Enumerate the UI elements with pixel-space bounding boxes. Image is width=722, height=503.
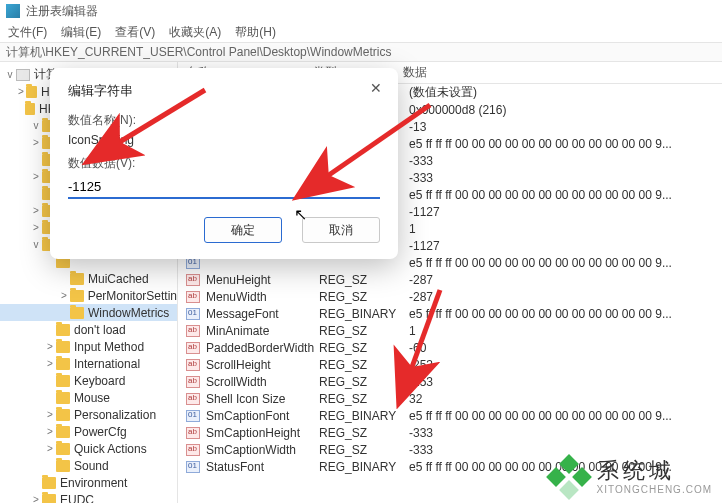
value-data-cell: -287 — [409, 290, 722, 304]
value-name-cell: MenuHeight — [206, 273, 319, 287]
value-name-cell: StatusFont — [206, 460, 319, 474]
menu-help[interactable]: 帮助(H) — [235, 24, 276, 41]
table-row[interactable]: MinAnimateREG_SZ1 — [178, 322, 722, 339]
folder-icon — [42, 477, 56, 489]
watermark-en: XITONGCHENG.COM — [597, 484, 712, 495]
value-type-cell: REG_SZ — [319, 426, 409, 440]
tree-item[interactable]: Mouse — [0, 389, 177, 406]
value-data-cell: e5 ff ff ff 00 00 00 00 00 00 00 00 00 0… — [409, 307, 722, 321]
value-name-cell: ScrollWidth — [206, 375, 319, 389]
value-data-cell: 1 — [409, 222, 722, 236]
value-data-cell: e5 ff ff ff 00 00 00 00 00 00 00 00 00 0… — [409, 137, 722, 151]
folder-icon — [42, 494, 56, 504]
table-row[interactable]: SmCaptionHeightREG_SZ-333 — [178, 424, 722, 441]
close-icon[interactable]: ✕ — [364, 76, 388, 100]
folder-icon — [70, 273, 84, 285]
tree-item[interactable]: don't load — [0, 321, 177, 338]
string-value-icon — [186, 444, 200, 456]
binary-value-icon — [186, 308, 200, 320]
tree-item[interactable]: >PowerCfg — [0, 423, 177, 440]
table-row[interactable]: ScrollHeightREG_SZ-253 — [178, 356, 722, 373]
folder-icon — [56, 443, 70, 455]
value-name-cell: SmCaptionFont — [206, 409, 319, 423]
string-value-icon — [186, 325, 200, 337]
ok-button[interactable]: 确定 — [204, 217, 282, 243]
tree-item[interactable]: >EUDC — [0, 491, 177, 503]
value-type-cell: REG_BINARY — [319, 460, 409, 474]
watermark-cn: 系统城 — [597, 459, 712, 483]
value-data-cell: 1 — [409, 324, 722, 338]
folder-icon — [56, 426, 70, 438]
folder-icon — [56, 392, 70, 404]
computer-icon — [16, 69, 30, 81]
folder-icon — [56, 409, 70, 421]
app-title: 注册表编辑器 — [26, 3, 98, 20]
tree-item[interactable]: WindowMetrics — [0, 304, 177, 321]
table-row[interactable]: PaddedBorderWidthREG_SZ-60 — [178, 339, 722, 356]
value-data-input[interactable] — [68, 176, 380, 199]
value-name: IconSpacing — [68, 133, 380, 147]
tree-item[interactable]: >Personalization — [0, 406, 177, 423]
tree-item[interactable]: >International — [0, 355, 177, 372]
value-type-cell: REG_SZ — [319, 290, 409, 304]
address-bar[interactable]: 计算机\HKEY_CURRENT_USER\Control Panel\Desk… — [0, 42, 722, 62]
binary-value-icon — [186, 410, 200, 422]
value-type-cell: REG_SZ — [319, 358, 409, 372]
table-row[interactable]: MessageFontREG_BINARYe5 ff ff ff 00 00 0… — [178, 305, 722, 322]
tree-item[interactable]: >Input Method — [0, 338, 177, 355]
tree-item[interactable]: Sound — [0, 457, 177, 474]
value-data-cell: -333 — [409, 171, 722, 185]
menubar: 文件(F) 编辑(E) 查看(V) 收藏夹(A) 帮助(H) — [0, 22, 722, 42]
col-data[interactable]: 数据 — [403, 64, 722, 81]
value-name-cell: ScrollHeight — [206, 358, 319, 372]
cancel-button[interactable]: 取消 — [302, 217, 380, 243]
string-value-icon — [186, 274, 200, 286]
app-icon — [6, 4, 20, 18]
table-row[interactable]: SmCaptionFontREG_BINARYe5 ff ff ff 00 00… — [178, 407, 722, 424]
menu-favorites[interactable]: 收藏夹(A) — [169, 24, 221, 41]
table-row[interactable]: MenuHeightREG_SZ-287 — [178, 271, 722, 288]
dialog-title: 编辑字符串 — [68, 82, 380, 100]
string-value-icon — [186, 427, 200, 439]
folder-icon — [56, 375, 70, 387]
folder-icon — [70, 307, 84, 319]
string-value-icon — [186, 376, 200, 388]
value-data-cell: -287 — [409, 273, 722, 287]
value-data-cell: 32 — [409, 392, 722, 406]
table-row[interactable]: Shell Icon SizeREG_SZ32 — [178, 390, 722, 407]
value-data-cell: e5 ff ff ff 00 00 00 00 00 00 00 00 00 0… — [409, 409, 722, 423]
folder-icon — [25, 103, 35, 115]
value-type-cell: REG_SZ — [319, 273, 409, 287]
menu-edit[interactable]: 编辑(E) — [61, 24, 101, 41]
tree-item[interactable]: MuiCached — [0, 270, 177, 287]
tree-item[interactable]: Keyboard — [0, 372, 177, 389]
watermark: 系统城 XITONGCHENG.COM — [549, 457, 712, 497]
folder-icon — [56, 324, 70, 336]
value-name-cell: MenuWidth — [206, 290, 319, 304]
value-type-cell: REG_SZ — [319, 375, 409, 389]
table-row[interactable]: MenuWidthREG_SZ-287 — [178, 288, 722, 305]
tree-item[interactable]: Environment — [0, 474, 177, 491]
value-type-cell: REG_SZ — [319, 324, 409, 338]
folder-icon — [56, 358, 70, 370]
string-value-icon — [186, 359, 200, 371]
value-type-cell: REG_BINARY — [319, 307, 409, 321]
string-value-icon — [186, 393, 200, 405]
folder-icon — [56, 460, 70, 472]
value-name-cell: MinAnimate — [206, 324, 319, 338]
value-data-cell: (数值未设置) — [409, 84, 722, 101]
value-name-cell: MessageFont — [206, 307, 319, 321]
value-data-cell: -253 — [409, 375, 722, 389]
value-data-cell: -60 — [409, 341, 722, 355]
menu-file[interactable]: 文件(F) — [8, 24, 47, 41]
value-data-cell: -1127 — [409, 239, 722, 253]
watermark-logo — [549, 457, 589, 497]
tree-item[interactable]: >Quick Actions — [0, 440, 177, 457]
table-row[interactable]: ScrollWidthREG_SZ-253 — [178, 373, 722, 390]
string-value-icon — [186, 291, 200, 303]
menu-view[interactable]: 查看(V) — [115, 24, 155, 41]
table-row[interactable]: SmCaptionWidthREG_SZ-333 — [178, 441, 722, 458]
tree-item[interactable]: >PerMonitorSettin — [0, 287, 177, 304]
folder-icon — [26, 86, 37, 98]
value-name-cell: SmCaptionHeight — [206, 426, 319, 440]
